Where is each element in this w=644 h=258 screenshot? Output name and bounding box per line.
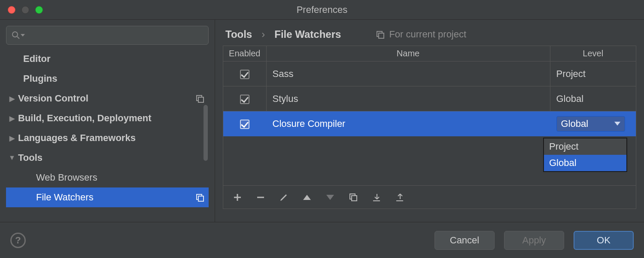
breadcrumb-leaf: File Watchers <box>274 28 341 40</box>
sidebar-item-web-browsers[interactable]: Web Browsers <box>6 168 209 187</box>
svg-rect-8 <box>379 33 384 38</box>
sidebar-item-version-control[interactable]: ▶ Version Control <box>6 89 209 108</box>
svg-rect-12 <box>352 196 357 201</box>
scope-indicator: For current project <box>376 29 466 40</box>
breadcrumb: Tools › File Watchers For current projec… <box>215 20 644 46</box>
sidebar-item-plugins[interactable]: Plugins <box>6 69 209 89</box>
enabled-checkbox[interactable] <box>240 70 249 79</box>
main-panel: Tools › File Watchers For current projec… <box>215 20 644 222</box>
level-combobox-value: Global <box>561 118 589 129</box>
sidebar-item-file-watchers[interactable]: File Watchers <box>6 187 209 207</box>
col-header-name[interactable]: Name <box>266 46 550 61</box>
breadcrumb-separator-icon: › <box>261 28 265 40</box>
edit-button[interactable] <box>278 192 289 203</box>
expand-arrow-icon: ▶ <box>6 95 18 103</box>
sidebar-scrollbar[interactable] <box>204 105 208 161</box>
dropdown-option-project[interactable]: Project <box>544 138 626 155</box>
ok-button[interactable]: OK <box>574 231 634 250</box>
copy-button[interactable] <box>348 192 359 203</box>
watchers-table: Enabled Name Level Sass Project Stylus G <box>223 46 636 209</box>
window-controls <box>0 6 43 14</box>
apply-button[interactable]: Apply <box>504 231 564 250</box>
svg-rect-6 <box>198 196 204 201</box>
project-scope-icon <box>196 94 204 103</box>
zoom-window-button[interactable] <box>35 6 43 14</box>
watcher-name: Sass <box>266 61 550 86</box>
search-icon <box>12 31 20 40</box>
collapse-arrow-icon: ▼ <box>6 154 18 162</box>
dialog-footer: ? Cancel Apply OK <box>0 222 644 258</box>
svg-marker-10 <box>326 195 334 200</box>
scope-label: For current project <box>389 29 466 40</box>
svg-line-1 <box>17 37 19 39</box>
cancel-button[interactable]: Cancel <box>434 231 495 250</box>
sidebar-item-label: Web Browsers <box>36 172 209 183</box>
project-scope-icon <box>376 30 385 39</box>
sidebar-item-label: File Watchers <box>36 192 196 203</box>
watcher-name: Stylus <box>266 86 550 111</box>
sidebar-item-tools[interactable]: ▼ Tools <box>6 148 209 168</box>
import-button[interactable] <box>371 192 382 203</box>
settings-tree: Editor Plugins ▶ Version Control ▶ Build… <box>6 49 209 207</box>
chevron-down-icon <box>614 122 620 126</box>
sidebar-item-languages[interactable]: ▶ Languages & Frameworks <box>6 128 209 148</box>
chevron-down-icon <box>20 33 25 38</box>
move-down-button[interactable] <box>325 192 336 203</box>
table-row[interactable]: Stylus Global <box>223 86 636 111</box>
close-window-button[interactable] <box>8 6 15 14</box>
minimize-window-button[interactable] <box>21 6 29 14</box>
enabled-checkbox[interactable] <box>240 95 249 104</box>
breadcrumb-root[interactable]: Tools <box>225 28 252 40</box>
sidebar-item-label: Tools <box>18 152 209 163</box>
watcher-level[interactable]: Project <box>550 61 636 86</box>
sidebar-item-label: Version Control <box>18 93 196 104</box>
level-dropdown[interactable]: Project Global <box>543 138 627 172</box>
svg-point-0 <box>12 32 18 37</box>
level-combobox[interactable]: Global <box>556 116 625 132</box>
table-toolbar <box>223 185 636 209</box>
sidebar-item-build[interactable]: ▶ Build, Execution, Deployment <box>6 108 209 128</box>
table-row[interactable]: Sass Project <box>223 61 636 86</box>
help-button[interactable]: ? <box>10 233 26 248</box>
col-header-enabled[interactable]: Enabled <box>223 46 266 61</box>
project-scope-icon <box>196 193 204 202</box>
table-header-row: Enabled Name Level <box>223 46 636 61</box>
expand-arrow-icon: ▶ <box>6 114 18 123</box>
sidebar-item-label: Plugins <box>23 73 209 84</box>
search-input[interactable] <box>28 31 203 40</box>
watcher-level[interactable]: Global <box>550 86 636 111</box>
remove-button[interactable] <box>255 192 266 203</box>
svg-rect-4 <box>198 97 204 102</box>
window-title: Preferences <box>0 4 644 15</box>
table-row[interactable]: Closure Compiler Global <box>223 111 636 136</box>
col-header-level[interactable]: Level <box>550 46 636 61</box>
sidebar-item-label: Editor <box>23 53 209 64</box>
sidebar-item-editor[interactable]: Editor <box>6 49 209 69</box>
titlebar: Preferences <box>0 0 644 20</box>
expand-arrow-icon: ▶ <box>6 134 18 142</box>
move-up-button[interactable] <box>301 192 313 203</box>
watcher-name: Closure Compiler <box>266 111 550 136</box>
enabled-checkbox[interactable] <box>240 120 249 129</box>
sidebar-item-label: Languages & Frameworks <box>18 132 209 144</box>
svg-marker-2 <box>21 34 25 37</box>
add-button[interactable] <box>232 192 243 203</box>
search-field[interactable] <box>6 26 209 45</box>
export-button[interactable] <box>394 192 405 203</box>
sidebar: Editor Plugins ▶ Version Control ▶ Build… <box>0 20 215 222</box>
svg-marker-9 <box>303 195 311 200</box>
dropdown-option-global[interactable]: Global <box>544 155 626 171</box>
sidebar-item-label: Build, Execution, Deployment <box>18 113 209 124</box>
